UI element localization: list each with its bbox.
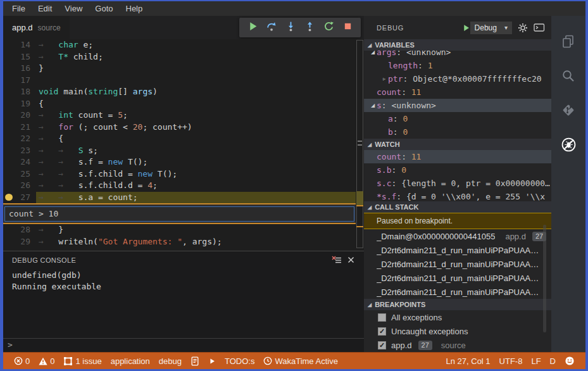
code-line[interactable]: 16} xyxy=(3,63,364,75)
variable-row[interactable]: count: 11 xyxy=(364,85,551,99)
code-line[interactable]: 23→ → S s; xyxy=(3,145,364,157)
line-number-gutter[interactable]: 28 xyxy=(3,224,36,236)
clear-console-icon[interactable] xyxy=(330,254,344,267)
code-text[interactable]: → T* child; xyxy=(36,51,356,63)
activity-search[interactable] xyxy=(551,60,585,94)
code-text[interactable] xyxy=(36,75,356,87)
code-text[interactable]: → char e; xyxy=(36,39,356,51)
watch-row[interactable]: count: 11 xyxy=(364,150,551,163)
status-item-1-issue[interactable]: 1 issue xyxy=(59,353,106,369)
breakpoint-row[interactable]: ✓app.d27source xyxy=(364,338,551,352)
code-line[interactable]: 19{ xyxy=(3,98,364,110)
stack-frame[interactable]: _D2rt6dmain211_d_run_mainUiPPaPUAA… xyxy=(364,243,551,257)
code-text[interactable]: → → s.f.child.d = 4; xyxy=(36,180,356,192)
code-line[interactable]: 26→ → s.f.child.d = 4; xyxy=(3,180,364,192)
checkbox[interactable]: ✓ xyxy=(378,341,386,349)
stack-frame[interactable]: _D2rt6dmain211_d_run_mainUiPPaPUAA… xyxy=(364,257,551,271)
code-text[interactable]: void main(string[] args) xyxy=(36,86,356,98)
status-item-utf-8[interactable]: UTF-8 xyxy=(495,353,527,369)
section-variables[interactable]: ◢ VARIABLES xyxy=(364,39,551,51)
line-number-gutter[interactable]: 21 xyxy=(3,122,36,134)
panel-scrollbar[interactable] xyxy=(543,225,546,332)
watch-row[interactable]: s.b: 0 xyxy=(364,163,551,177)
code-line[interactable]: 24→ → s.f = new T(); xyxy=(3,156,364,168)
code-text[interactable]: → → s.a = count; xyxy=(36,192,356,204)
breakpoint-icon[interactable] xyxy=(5,194,13,201)
gear-icon[interactable] xyxy=(518,23,528,33)
step-over-button[interactable] xyxy=(262,20,281,36)
code-text[interactable]: { xyxy=(36,98,356,110)
code-line[interactable]: 22→ { xyxy=(3,133,364,145)
line-number-gutter[interactable]: 16 xyxy=(3,63,36,75)
code-line[interactable]: 28→ } xyxy=(3,224,364,236)
code-text[interactable]: → → s.f.child = new T(); xyxy=(36,168,356,180)
line-number-gutter[interactable]: 22 xyxy=(3,133,36,145)
step-into-button[interactable] xyxy=(281,20,300,36)
stack-frame[interactable]: _Dmain@0x0000000000441055app.d27 xyxy=(364,229,551,243)
breakpoint-condition-input[interactable]: count > 10 xyxy=(4,206,354,222)
status-item-d[interactable]: D xyxy=(546,353,560,369)
variable-row[interactable]: ◢args: <unknown> xyxy=(364,51,551,59)
close-icon[interactable] xyxy=(344,254,358,267)
stop-button[interactable] xyxy=(338,20,357,36)
watch-row[interactable]: s.c: {length = 0, ptr = 0x00000000… xyxy=(364,177,551,190)
continue-button[interactable] xyxy=(243,20,262,36)
status-item-0[interactable]: 0 xyxy=(34,353,59,369)
status-item[interactable] xyxy=(186,353,204,369)
status-item[interactable] xyxy=(560,353,579,369)
code-line[interactable]: 14→ char e; xyxy=(3,39,364,51)
debug-config-dropdown[interactable]: Debug ▾ xyxy=(470,22,512,34)
start-debug-icon[interactable] xyxy=(462,23,470,32)
status-item-ln-27-col-1[interactable]: Ln 27, Col 1 xyxy=(441,353,494,369)
console-input[interactable]: > xyxy=(3,338,364,352)
code-text[interactable]: → int count = 5; xyxy=(36,110,356,122)
code-line[interactable]: 27→ → s.a = count; xyxy=(3,192,364,204)
editor-scrollbar[interactable] xyxy=(356,39,364,251)
restart-button[interactable] xyxy=(319,20,338,36)
code-text[interactable]: → { xyxy=(36,133,356,145)
code-text[interactable]: → } xyxy=(36,224,356,236)
variable-row[interactable]: ◢s: <unknown> xyxy=(364,99,551,112)
menu-item-edit[interactable]: Edit xyxy=(32,4,58,13)
line-number-gutter[interactable]: 24 xyxy=(3,156,36,168)
watch-row[interactable]: *s.f: {d = 0 '\\x00', e = 255 '\\x xyxy=(364,190,551,201)
variable-row[interactable]: length: 1 xyxy=(364,59,551,72)
menu-item-file[interactable]: File xyxy=(6,4,32,13)
breakpoint-row[interactable]: All exceptions xyxy=(364,310,551,324)
line-number-gutter[interactable]: 20 xyxy=(3,110,36,122)
section-breakpoints[interactable]: ◢ BREAKPOINTS xyxy=(364,299,551,310)
line-number-gutter[interactable]: 29 xyxy=(3,236,36,248)
variable-row[interactable]: a: 0 xyxy=(364,112,551,125)
line-number-gutter[interactable]: 25 xyxy=(3,168,36,180)
line-number-gutter[interactable]: 27 xyxy=(3,192,36,204)
line-number-gutter[interactable]: 15 xyxy=(3,51,36,63)
breakpoint-row[interactable]: ✓Uncaught exceptions xyxy=(364,324,551,338)
step-out-button[interactable] xyxy=(300,20,319,36)
activity-debug[interactable] xyxy=(551,129,585,163)
code-line[interactable]: 17 xyxy=(3,75,364,87)
line-number-gutter[interactable]: 17 xyxy=(3,75,36,87)
variable-row[interactable]: ▹ptr: Object@*0x00007fffffffec20 xyxy=(364,72,551,85)
debug-repl-icon[interactable] xyxy=(534,23,545,32)
status-item-0[interactable]: 0 xyxy=(9,353,34,369)
line-number-gutter[interactable]: 18 xyxy=(3,86,36,98)
status-item-lf[interactable]: LF xyxy=(527,353,545,369)
code-text[interactable]: → → s.f = new T(); xyxy=(36,156,356,168)
status-item-application[interactable]: application xyxy=(106,353,154,369)
code-line[interactable]: 29→ writeln("Got Arguments: ", args); xyxy=(3,236,364,248)
code-text[interactable]: → → S s; xyxy=(36,145,356,157)
code-line[interactable]: 15→ T* child; xyxy=(3,51,364,63)
code-line[interactable]: 18void main(string[] args) xyxy=(3,86,364,98)
checkbox[interactable]: ✓ xyxy=(378,327,386,336)
stack-frame[interactable]: _D2rt6dmain211_d_run_mainUiPPaPUAA… xyxy=(364,285,551,299)
section-call-stack[interactable]: ◢ CALL STACK xyxy=(364,201,551,213)
menu-item-help[interactable]: Help xyxy=(120,4,149,13)
variable-row[interactable]: b: 0 xyxy=(364,125,551,139)
stack-frame[interactable]: _D2rt6dmain211_d_run_mainUiPPaPUAA… xyxy=(364,271,551,285)
activity-source-control[interactable] xyxy=(551,94,585,129)
line-number-gutter[interactable]: 14 xyxy=(3,39,36,51)
code-text[interactable]: } xyxy=(36,63,356,75)
status-item-wakatime-active[interactable]: WakaTime Active xyxy=(259,353,342,369)
line-number-gutter[interactable]: 23 xyxy=(3,145,36,157)
activity-explorer[interactable] xyxy=(551,26,585,60)
